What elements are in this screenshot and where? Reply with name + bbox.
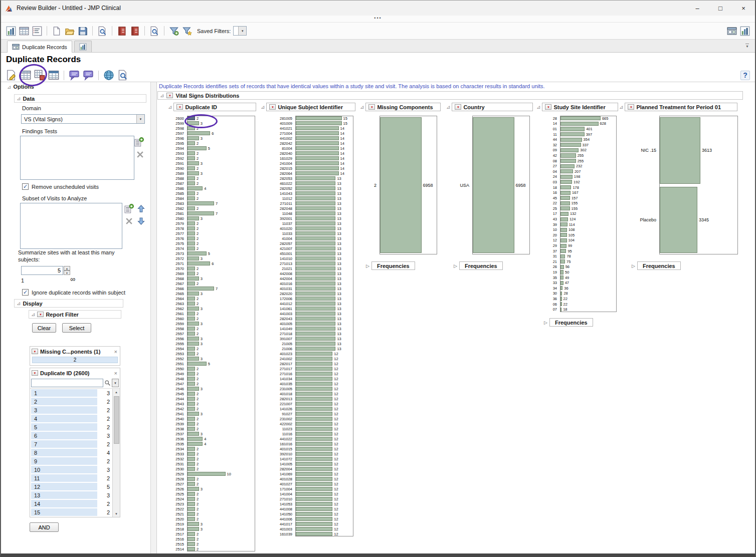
notes-purple-icon[interactable] xyxy=(83,70,94,81)
histogram-bar[interactable] xyxy=(296,121,342,125)
close-icon[interactable]: × xyxy=(113,370,118,376)
histogram-bar[interactable] xyxy=(296,382,332,386)
move-up-icon[interactable] xyxy=(136,204,146,213)
histogram-bar[interactable] xyxy=(187,211,214,215)
histogram-bar[interactable] xyxy=(296,241,335,245)
histogram-bar[interactable] xyxy=(187,226,195,230)
histogram-bar[interactable] xyxy=(380,117,422,253)
histogram-bar[interactable] xyxy=(296,221,335,225)
histogram-bar[interactable] xyxy=(296,392,332,396)
histogram-bar[interactable] xyxy=(187,472,226,476)
histogram-bar[interactable] xyxy=(296,261,335,265)
histogram-bar[interactable] xyxy=(296,377,332,381)
spinner-down-icon[interactable]: ▼ xyxy=(64,270,70,275)
histogram-bar[interactable] xyxy=(187,206,195,210)
histogram-bar[interactable] xyxy=(187,352,195,356)
minimize-button[interactable]: – xyxy=(686,1,709,16)
add-visits-icon[interactable] xyxy=(124,204,134,213)
frequencies-header[interactable]: Frequencies xyxy=(371,261,415,270)
histogram-bar[interactable] xyxy=(296,342,335,346)
filter-level-value[interactable]: 13 xyxy=(31,491,97,499)
tab-duplicate-records[interactable]: Duplicate Records xyxy=(7,41,72,53)
doc-pencil-icon[interactable] xyxy=(6,70,17,81)
filter-level-row[interactable]: 13 xyxy=(30,389,112,397)
grid-red-icon[interactable] xyxy=(34,70,45,81)
histogram-bar[interactable] xyxy=(187,116,195,120)
histogram-bar[interactable] xyxy=(187,312,195,316)
histogram-bar[interactable] xyxy=(296,517,332,521)
scrollbar-thumb[interactable] xyxy=(114,396,119,444)
histogram-bar[interactable] xyxy=(296,151,339,155)
histogram-bar[interactable] xyxy=(296,216,335,220)
frequencies-header[interactable]: Frequencies xyxy=(459,261,503,270)
histogram-bar[interactable] xyxy=(187,402,195,406)
filter-level-row[interactable]: 92 xyxy=(30,457,112,465)
histogram-bar[interactable] xyxy=(187,161,199,165)
options-header[interactable]: ⊿ Options xyxy=(7,84,34,90)
filter-level-value[interactable]: 5 xyxy=(31,423,97,431)
filter-level-value[interactable]: 10 xyxy=(31,466,97,473)
histogram-bar[interactable] xyxy=(296,367,332,371)
histogram-bar[interactable] xyxy=(560,212,569,216)
histogram-bar[interactable] xyxy=(296,206,335,210)
histogram-bar[interactable] xyxy=(187,317,195,321)
filter-level-row[interactable]: 32 xyxy=(30,406,112,414)
histogram-bar[interactable] xyxy=(187,547,195,551)
histogram-bar[interactable] xyxy=(187,156,195,160)
red-triangle-menu-icon[interactable]: ▼ xyxy=(455,104,461,110)
histogram-bar[interactable] xyxy=(187,372,195,376)
histogram-bar[interactable] xyxy=(187,151,195,155)
red-triangle-menu-icon[interactable]: ▼ xyxy=(32,370,38,376)
histogram-bar[interactable] xyxy=(187,517,195,521)
histogram-bar[interactable] xyxy=(187,482,195,486)
report-filter-header[interactable]: ⊿ ▼ Report Filter xyxy=(29,310,121,319)
filter-level-row[interactable]: 22 xyxy=(30,397,112,406)
histogram-bar[interactable] xyxy=(187,231,195,235)
histogram-bar[interactable] xyxy=(296,387,332,391)
histogram-bar[interactable] xyxy=(296,477,332,481)
scroll-up-icon[interactable]: ▲ xyxy=(115,389,118,395)
histogram-bar[interactable] xyxy=(560,143,581,147)
remove-unscheduled-checkbox[interactable]: ✓ Remove unscheduled visits xyxy=(22,183,99,190)
histogram-bar[interactable] xyxy=(187,332,195,336)
disclosure-open-icon[interactable]: ⊿ xyxy=(17,301,21,306)
histogram-bar[interactable] xyxy=(296,372,332,376)
histogram-bar[interactable] xyxy=(296,312,335,316)
histogram-bar[interactable] xyxy=(296,527,332,531)
red-triangle-menu-icon[interactable]: ▼ xyxy=(269,104,276,110)
histogram-bar[interactable] xyxy=(560,238,567,242)
histogram-bar[interactable] xyxy=(560,297,562,301)
histogram-bar[interactable] xyxy=(560,191,571,195)
histogram-bar[interactable] xyxy=(296,507,332,511)
histogram-bar[interactable] xyxy=(296,452,332,456)
histogram-bar[interactable] xyxy=(296,462,332,466)
histogram-bar[interactable] xyxy=(560,259,565,263)
histogram-bar[interactable] xyxy=(296,532,332,536)
filter-level-value[interactable]: 9 xyxy=(31,457,97,465)
histogram-bar[interactable] xyxy=(560,270,563,274)
histogram-bar[interactable] xyxy=(187,297,195,301)
domain-select[interactable]: VS (Vital Signs) ▼ xyxy=(21,114,145,124)
histogram-bar[interactable] xyxy=(187,322,199,326)
disclosure-open-icon[interactable]: ⊿ xyxy=(536,104,540,110)
tab-graph[interactable] xyxy=(74,41,92,52)
histogram-bar[interactable] xyxy=(187,136,199,140)
histogram-bar[interactable] xyxy=(187,412,199,416)
findings-tests-listbox[interactable] xyxy=(20,136,134,180)
histogram-bar[interactable] xyxy=(560,196,570,200)
histogram-bar[interactable] xyxy=(296,166,339,170)
histogram-bar[interactable] xyxy=(187,307,199,311)
data-grid-icon[interactable] xyxy=(20,70,31,81)
clear-tests-icon[interactable] xyxy=(135,150,145,159)
filter-selected-value-bar[interactable]: 2 xyxy=(32,357,118,363)
histogram-bar[interactable] xyxy=(296,437,332,441)
histogram-bar[interactable] xyxy=(187,377,195,381)
histogram-bar[interactable] xyxy=(187,221,195,225)
histogram-bar[interactable] xyxy=(296,402,332,406)
histogram-bar[interactable] xyxy=(296,256,335,260)
histogram-bar[interactable] xyxy=(187,282,195,286)
data-section-header[interactable]: ⊿ Data xyxy=(14,94,146,103)
histogram-bar[interactable] xyxy=(296,457,332,461)
filter-level-value[interactable]: 14 xyxy=(31,500,97,507)
filter-level-row[interactable]: 52 xyxy=(30,423,112,431)
